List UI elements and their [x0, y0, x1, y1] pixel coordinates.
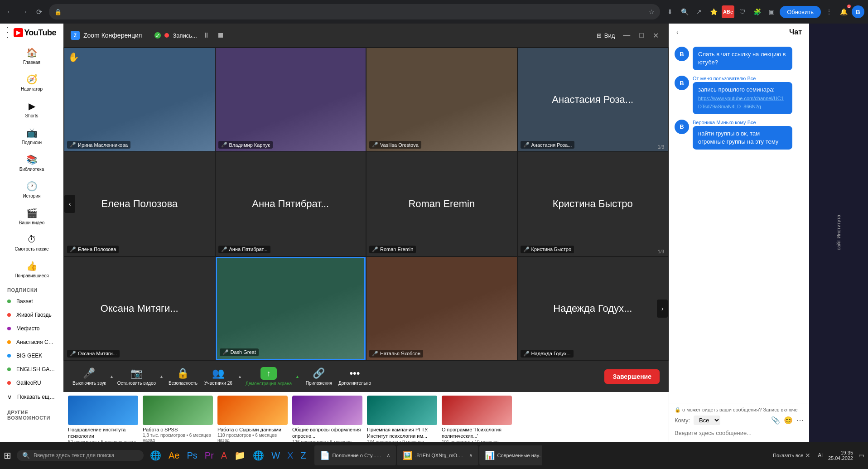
sidebar-item-watch-later[interactable]: ⏱ Смотреть позже — [0, 229, 63, 255]
more-tool[interactable]: ••• Дополнительно — [338, 367, 371, 386]
english-label: ENGLISH GALAXY - А... — [16, 366, 56, 372]
windows-start-button[interactable]: ⊞ — [4, 450, 11, 461]
forward-button[interactable]: → — [18, 5, 31, 18]
taskbar-chrome-icon[interactable]: 🌐 — [250, 448, 267, 463]
search-bar[interactable]: 🔍 Введите здесь текст для поиска — [17, 450, 144, 461]
close-button[interactable]: ✕ — [650, 29, 661, 42]
sidebar-item-liked[interactable]: 👍 Понравившиеся — [0, 255, 63, 282]
jpg-close-icon[interactable]: ∧ — [469, 452, 473, 459]
back-button[interactable]: ← — [4, 5, 16, 18]
yt-logo[interactable]: ▶ YouTube — [14, 28, 56, 38]
apps-tool[interactable]: 🔗 Приложения — [303, 367, 335, 386]
shield-icon[interactable]: 🛡 — [736, 5, 749, 18]
chat-link-1[interactable]: https://www.youtube.com/channel/UC1DTsd7… — [698, 96, 784, 109]
pdf-close-icon[interactable]: ∧ — [386, 452, 391, 459]
participants-arrow[interactable]: ▲ — [238, 374, 242, 379]
chat-input[interactable] — [675, 428, 804, 438]
sidebar-sub-english[interactable]: ENGLISH GALAXY - А... — [0, 363, 63, 376]
ai-label[interactable]: Ai — [818, 452, 823, 459]
layout-icon[interactable]: ▣ — [765, 5, 778, 18]
share-screen-tool[interactable]: ↑ Демонстрация экрана — [246, 367, 292, 386]
download-item-pdf[interactable]: 📄 Положение о Сту....pdf ∧ — [314, 445, 396, 465]
sidebar-item-navigator[interactable]: 🧭 Навигатор — [0, 68, 63, 95]
rec-card-1[interactable]: Работа с SPSS 1,3 тыс. просмотров • 6 ме… — [143, 396, 213, 438]
chat-bubble-1: запись прошлого семинара: https://www.yo… — [693, 82, 792, 114]
sidebar-item-home[interactable]: 🏠 Главная — [0, 42, 63, 68]
taskbar-excel-icon[interactable]: X — [285, 449, 296, 463]
show-desktop-button[interactable]: ▭ — [858, 452, 864, 459]
star-icon[interactable]: ⭐ — [707, 5, 720, 18]
puzzle-icon[interactable]: 🧩 — [751, 5, 763, 18]
share-icon[interactable]: ↗ — [693, 5, 705, 18]
download-icon[interactable]: ⬇ — [664, 5, 676, 18]
rec-card-4[interactable]: Приёмная кампания РГТУ. Институт психоло… — [367, 396, 437, 438]
video-cell-natalia: 🎤 Наталья Якобсон — [366, 257, 517, 360]
view-button[interactable]: ⊞ Вид — [597, 32, 615, 39]
taskbar-zoom-icon[interactable]: Z — [298, 449, 309, 463]
vasilisa-name-label: 🎤 Vasilisa Orestova — [369, 141, 421, 149]
share-arrow[interactable]: ▲ — [295, 374, 299, 379]
user-avatar[interactable]: B — [852, 5, 864, 18]
close-downloads-button[interactable]: ✕ — [805, 452, 810, 459]
pause-record-button[interactable]: ⏸ — [201, 29, 212, 41]
sidebar-show-more[interactable]: ∨ Показать ещё 27 ка... — [0, 390, 63, 404]
video-tool[interactable]: 📷 Остановить видео — [117, 367, 156, 386]
sidebar-item-shorts[interactable]: ▶ Shorts — [0, 95, 63, 122]
rec-title-5: О программе 'Психология политических...' — [442, 426, 512, 440]
download-item-jpg[interactable]: 🖼️ -B1EhLQXNtg_mO....jpg ∧ — [397, 445, 478, 465]
download-item-ppt[interactable]: 📊 Современные нау....ppt ∧ — [479, 445, 542, 465]
taskbar-edge-icon[interactable]: 🌐 — [147, 448, 164, 463]
participants-tool[interactable]: 👥 Участники 26 — [203, 367, 234, 386]
update-button[interactable]: Обновить — [780, 6, 821, 18]
lock-icon: 🔒 — [54, 9, 62, 15]
maximize-button[interactable]: □ — [637, 29, 646, 42]
menu-dots-icon[interactable]: ⋮ — [823, 5, 835, 18]
taskbar-word-icon[interactable]: W — [269, 449, 283, 463]
taskbar-ps-icon[interactable]: Ps — [184, 449, 200, 463]
rec-card-3[interactable]: Общие вопросы оформления опросно... 126 … — [292, 396, 362, 438]
video-arrow[interactable]: ▲ — [159, 374, 164, 379]
chat-to-select[interactable]: Все — [694, 416, 720, 425]
chat-file-icon[interactable]: 📎 — [771, 416, 780, 425]
taskbar-pr-icon[interactable]: Pr — [202, 449, 217, 463]
chat-collapse-button[interactable]: ‹ — [676, 29, 679, 36]
reload-button[interactable]: ⟳ — [33, 5, 45, 18]
next-page-arrow[interactable]: › — [657, 300, 668, 318]
chat-more-icon[interactable]: ⋯ — [796, 416, 804, 425]
rec-card-2[interactable]: Работа с Сырыми данными 110 просмотров •… — [217, 396, 288, 438]
address-bar[interactable]: 🔒 youtube.com/channel/UC1DTsd79aSmaN4LD_… — [49, 4, 660, 19]
search-icon[interactable]: 🔍 — [678, 5, 691, 18]
sidebar-sub-biggeek[interactable]: BIG GEEK — [0, 349, 63, 363]
sidebar-sub-anastasia[interactable]: Анастасия Соин — [0, 335, 63, 349]
mefisto-label: Мефисто — [16, 325, 39, 332]
prev-page-arrow[interactable]: ‹ — [64, 195, 75, 213]
security-tool[interactable]: 🔒 Безопасность — [167, 367, 199, 386]
rec-card-5[interactable]: О программе 'Психология политических...'… — [442, 396, 512, 438]
sidebar-sub-galileo[interactable]: GalileoRU — [0, 376, 63, 390]
chat-emoji-icon[interactable]: 😊 — [784, 416, 793, 425]
stop-record-button[interactable]: ⏹ — [215, 29, 226, 41]
end-meeting-button[interactable]: Завершение — [604, 369, 660, 384]
sidebar-item-history[interactable]: 🕐 История — [0, 175, 63, 202]
taskbar-acrobat-icon[interactable]: A — [218, 449, 230, 463]
url-input[interactable]: youtube.com/channel/UC1DTsd79aSmaN4LD_86… — [65, 8, 645, 15]
chat-message-0: B Слать в чат ссылку на лекцию в ютубе? — [675, 47, 804, 70]
sidebar-sub-zhivoy[interactable]: Живой Гвоздь — [0, 308, 63, 322]
sidebar-shorts-label: Shorts — [25, 113, 39, 118]
taskbar-explorer-icon[interactable]: 📁 — [231, 448, 248, 463]
home-icon: 🏠 — [26, 47, 38, 58]
sidebar-item-library[interactable]: 📚 Библиотека — [0, 149, 63, 175]
sidebar-item-your-videos[interactable]: 🎬 Ваши видео — [0, 202, 63, 229]
rec-thumb-3 — [292, 396, 362, 425]
rec-card-0[interactable]: Поздравление института психологии 52 про… — [68, 396, 138, 438]
show-all-downloads[interactable]: Показать все — [773, 453, 803, 458]
extension-icon[interactable]: ABe — [722, 5, 734, 18]
sidebar-sub-mefisto[interactable]: Мефисто — [0, 322, 63, 335]
mute-tool[interactable]: 🎤 Выключить звук — [72, 367, 106, 386]
hamburger-icon[interactable] — [7, 27, 8, 38]
mute-arrow[interactable]: ▲ — [110, 374, 114, 379]
sidebar-item-subscriptions[interactable]: 📺 Подписки — [0, 122, 63, 149]
taskbar-ae-icon[interactable]: Ae — [166, 449, 182, 463]
minimize-button[interactable]: — — [620, 29, 633, 42]
sidebar-sub-basset[interactable]: Basset — [0, 295, 63, 308]
